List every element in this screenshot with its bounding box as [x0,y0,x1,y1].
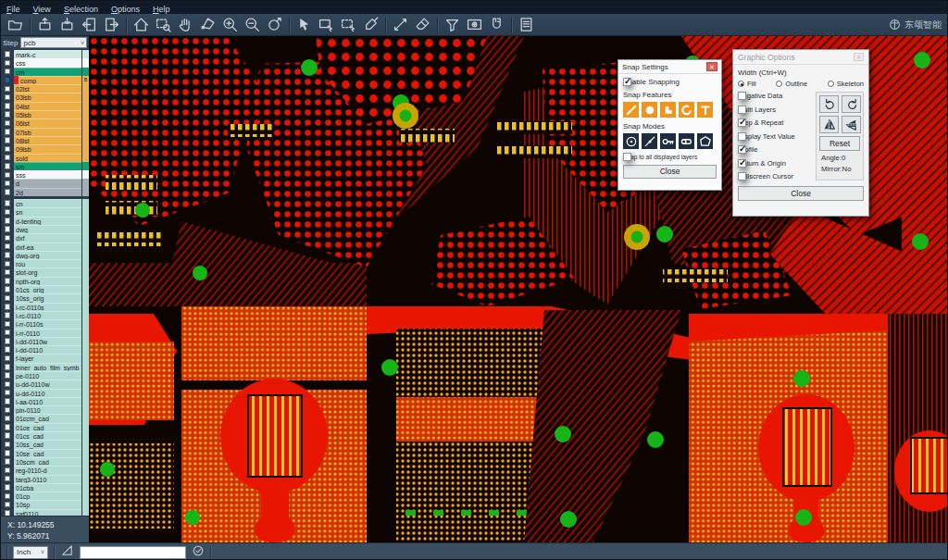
snap-center-button[interactable] [623,133,639,149]
layer-visibility-checkbox[interactable] [5,60,11,67]
layer-visibility-checkbox[interactable] [5,252,11,258]
enable-snapping-checkbox[interactable] [623,78,631,86]
layer-row[interactable]: mark-c [1,50,89,58]
layer-visibility-checkbox[interactable] [5,86,11,93]
rect-select-button[interactable] [318,16,335,33]
layer-row[interactable]: i-aa-0110 [1,397,89,405]
layer-row[interactable]: d-tenting [1,217,89,225]
zoom-out-button[interactable] [243,16,261,33]
layer-row[interactable]: inner_auto_film_symb [1,363,89,371]
zoom-in-button[interactable] [221,16,239,33]
snap-close-button[interactable]: Close [623,165,717,179]
layer-row[interactable]: css [1,58,89,67]
layer-row[interactable]: reg-0110-d [1,466,89,474]
layer-visibility-checkbox[interactable] [5,330,11,336]
layer-visibility-checkbox[interactable] [5,381,11,388]
radio-skeleton[interactable]: Skeleton [828,80,864,88]
check-circle-icon[interactable] [192,544,205,560]
layer-visibility-checkbox[interactable] [5,278,11,284]
layer-visibility-checkbox[interactable] [5,312,11,318]
layer-row[interactable]: i-rr-0110 [1,329,89,337]
graphic-options-close-button[interactable]: Close [738,186,864,201]
layer-row[interactable]: saf0110 [1,509,89,516]
step-select[interactable]: pcb ˅ [20,37,87,48]
layer-visibility-checkbox[interactable] [5,103,11,109]
layer-visibility-checkbox[interactable] [5,355,11,362]
layer-row[interactable]: dwg-org [1,251,89,259]
layer-visibility-checkbox[interactable] [5,209,11,216]
layer-row[interactable]: 06lst [1,118,89,127]
layer-row[interactable]: i-rr-0110s [1,319,89,328]
layer-row[interactable]: i-rc-0110s [1,303,89,311]
layer-visibility-checkbox[interactable] [5,163,11,169]
option-display-text-value[interactable]: Display Text Value [738,132,812,141]
layer-visibility-checkbox[interactable] [5,218,11,224]
zoom-reset-button[interactable] [266,16,283,33]
eraser-button[interactable] [414,16,431,33]
radio-outline[interactable]: Outline [776,80,807,88]
layer-row[interactable]: i-dd-0110 [1,345,89,354]
menu-options[interactable]: Options [111,5,140,14]
layer-visibility-checkbox[interactable] [5,346,11,353]
snap-settings-titlebar[interactable]: Snap Settings ✕ [618,60,721,74]
layer-row[interactable]: sold [1,154,89,162]
layer-row[interactable]: sss [1,170,89,179]
option-negative-data[interactable]: Negative Data [738,92,812,100]
layer-row[interactable]: dxf [1,233,89,242]
snap-arc-button[interactable] [679,102,694,118]
layer-visibility-checkbox[interactable] [5,172,11,179]
layer-row[interactable]: pe-0110 [1,371,89,380]
graphic-options-titlebar[interactable]: Graphic Options ✕ [733,50,868,65]
layer-row[interactable]: sn [1,207,89,216]
layer-visibility-checkbox[interactable] [5,432,11,439]
layer-visibility-checkbox[interactable] [5,476,11,482]
lasso-select-button[interactable] [199,16,217,33]
layer-row[interactable]: 01cp [1,492,89,500]
snap-contour-button[interactable] [697,133,713,149]
layer-visibility-checkbox[interactable] [5,77,11,83]
page-prev-button[interactable] [81,16,98,33]
option-step-repeat[interactable]: Step & Repeat [738,118,812,127]
set-square-icon[interactable] [60,543,74,560]
layer-visibility-checkbox[interactable] [5,502,11,508]
magnet-snap-button[interactable] [488,16,505,33]
layer-row[interactable]: 02lst [1,84,89,93]
snap-slot-button[interactable] [679,133,694,149]
layer-row[interactable]: 10se_cad [1,449,89,457]
snap-surface-button[interactable] [660,102,676,118]
option-datum-origin[interactable]: Datum & Origin [738,159,812,168]
zoom-select-button[interactable] [155,16,172,33]
menu-file[interactable]: File [6,5,20,14]
layer-row[interactable]: 01cs_orig [1,285,89,293]
layer-row[interactable]: f-layer [1,354,89,362]
layer-visibility-checkbox[interactable] [5,261,11,268]
layer-visibility-checkbox[interactable] [5,364,11,370]
layer-row[interactable]: 03lsb [1,93,89,101]
menu-help[interactable]: Help [153,5,170,14]
layer-visibility-checkbox[interactable] [5,94,11,101]
pan-hand-button[interactable] [177,16,194,33]
layer-visibility-checkbox[interactable] [5,442,11,448]
pcb-viewport[interactable]: Snap Settings ✕ Enable Snapping Snap Fea… [89,36,948,542]
layer-visibility-checkbox[interactable] [5,458,11,465]
snap-pad-button[interactable] [642,102,657,118]
layer-row[interactable]: i-dd-0110w [1,337,89,345]
layer-visibility-checkbox[interactable] [5,321,11,328]
layer-visibility-checkbox[interactable] [5,137,11,143]
snap-line-button[interactable] [623,102,639,118]
layer-visibility-checkbox[interactable] [5,338,11,344]
layer-visibility-checkbox[interactable] [5,68,11,75]
layer-visibility-checkbox[interactable] [5,416,11,422]
layer-row[interactable]: 10scm_cad [1,457,89,466]
layer-visibility-checkbox[interactable] [5,235,11,242]
close-icon[interactable]: ✕ [706,62,717,71]
snap-text-button[interactable] [697,102,713,118]
layer-visibility-checkbox[interactable] [5,390,11,396]
layer-visibility-checkbox[interactable] [5,243,11,250]
layer-row[interactable]: slot-org [1,268,89,276]
layer-visibility-checkbox[interactable] [5,510,11,516]
home-button[interactable] [132,16,150,33]
layer-row[interactable]: targ3-0110 [1,475,89,483]
layer-visibility-checkbox[interactable] [5,269,11,276]
layer-row[interactable]: 08lst [1,136,89,144]
